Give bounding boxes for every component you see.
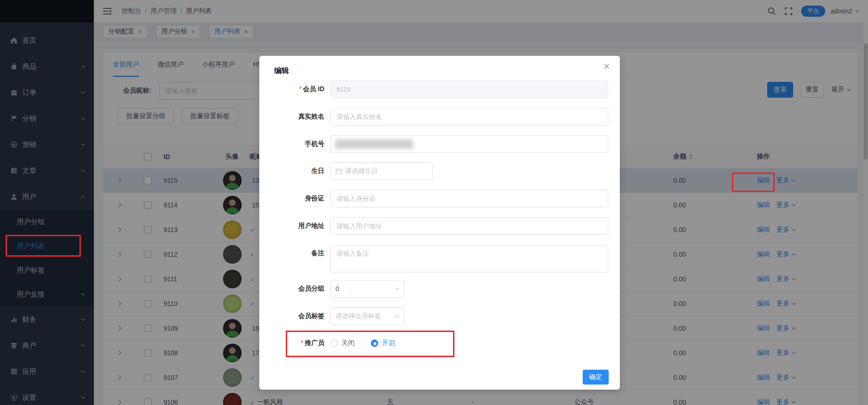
birthday-date-picker[interactable]: 请选择生日 (330, 162, 433, 180)
address-input[interactable] (330, 217, 608, 235)
promoter-off-radio[interactable]: 关闭 (330, 339, 355, 347)
form-row-member-group: 会员分组 0 (259, 280, 405, 298)
promoter-on-radio[interactable]: 开启 (371, 339, 395, 347)
close-icon[interactable]: × (604, 61, 610, 72)
form-row-member-tag: 会员标签 请选择会员标签 (259, 307, 405, 325)
calendar-icon (335, 168, 342, 174)
form-row-real-name: 真实姓名 (259, 108, 608, 126)
remark-textarea[interactable] (330, 246, 608, 272)
real-name-input[interactable] (330, 108, 608, 126)
modal-title: 编辑 (274, 66, 289, 76)
member-id-input[interactable] (330, 80, 608, 98)
radio-circle-icon (330, 339, 338, 347)
chevron-down-icon (395, 287, 400, 290)
form-row-birthday: 生日 请选择生日 (259, 162, 433, 180)
required-asterisk: * (299, 85, 302, 93)
required-asterisk: * (301, 339, 303, 346)
radio-selected-icon (371, 339, 378, 347)
edit-user-modal: 编辑 × *会员 ID 真实姓名 手机号 生日 请选择生日 身份证 用户地址 备… (259, 56, 620, 390)
form-row-phone: 手机号 (259, 135, 608, 153)
masked-phone-value (335, 139, 413, 149)
form-row-id-card: 身份证 (259, 190, 608, 207)
form-row-remark: 备注 (259, 246, 608, 272)
chevron-down-icon (395, 315, 400, 318)
form-row-address: 用户地址 (259, 217, 608, 235)
form-row-member-id: *会员 ID (259, 80, 608, 98)
member-group-value: 0 (335, 285, 395, 292)
form-row-promoter: *推广员 关闭 开启 (259, 336, 395, 350)
id-card-input[interactable] (330, 190, 608, 207)
member-tag-select[interactable]: 请选择会员标签 (330, 307, 405, 325)
member-tag-placeholder: 请选择会员标签 (335, 312, 395, 320)
promoter-radio-group: 关闭 开启 (330, 339, 395, 347)
birthday-placeholder: 请选择生日 (345, 167, 378, 175)
confirm-button[interactable]: 确定 (583, 370, 609, 385)
member-group-select[interactable]: 0 (330, 280, 405, 298)
